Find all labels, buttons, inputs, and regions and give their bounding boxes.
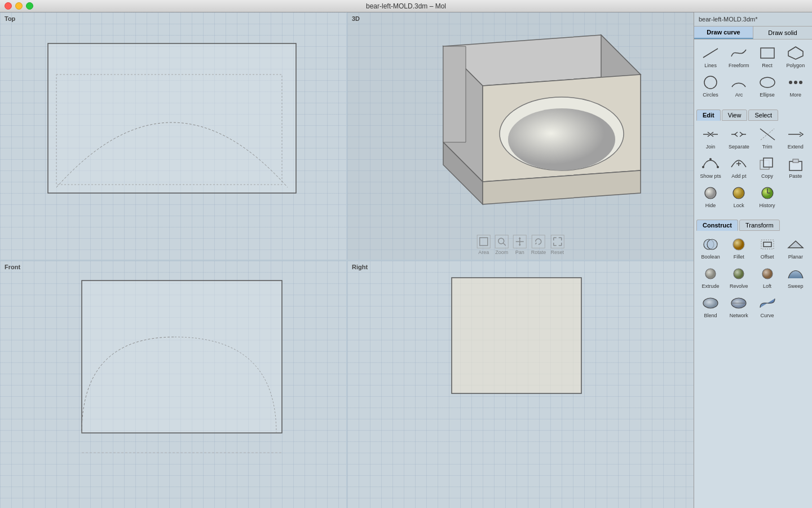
extend-icon	[785, 125, 806, 143]
tool-paste[interactable]: Paste	[783, 154, 809, 181]
svg-marker-10	[443, 46, 466, 142]
tool-fillet[interactable]: Fillet	[726, 234, 752, 261]
svg-point-55	[733, 187, 744, 199]
fillet-icon	[729, 235, 749, 253]
paste-label: Paste	[789, 174, 802, 179]
tool-planar[interactable]: Planar	[783, 234, 809, 261]
viewport-top[interactable]: Top	[0, 12, 346, 260]
polygon-label: Polygon	[787, 63, 805, 69]
tool-lines[interactable]: Lines	[698, 43, 723, 70]
tool-arc[interactable]: Arc	[726, 72, 752, 99]
revolve-label: Revolve	[730, 284, 748, 290]
rect-label: Rect	[762, 63, 773, 69]
zoom-label: Zoom	[495, 249, 508, 255]
tool-sweep[interactable]: Sweep	[783, 264, 809, 291]
lines-icon	[700, 44, 721, 62]
tab-edit[interactable]: Edit	[696, 110, 721, 121]
svg-point-47	[717, 166, 719, 168]
tool-extrude[interactable]: Extrude	[698, 264, 723, 291]
lines-label: Lines	[704, 63, 717, 69]
tab-draw-solid[interactable]: Draw solid	[753, 27, 812, 39]
boolean-icon	[700, 235, 721, 253]
svg-point-54	[705, 187, 716, 199]
tool-blend[interactable]: Blend	[698, 293, 723, 320]
tool-freeform[interactable]: Freeform	[726, 43, 752, 70]
right-viewport-svg	[347, 261, 694, 508]
svg-point-36	[794, 81, 797, 84]
curve-label: Curve	[761, 313, 774, 319]
zoom-icon	[495, 235, 509, 248]
tool-join[interactable]: Join	[698, 124, 723, 151]
tool-lock[interactable]: Lock	[726, 183, 752, 210]
zoom-tool[interactable]: Zoom	[495, 235, 509, 255]
blend-label: Blend	[704, 313, 717, 319]
pan-label: Pan	[515, 249, 524, 255]
viewport-right[interactable]: Right	[347, 261, 694, 508]
boolean-label: Boolean	[701, 255, 720, 260]
svg-marker-64	[788, 241, 803, 248]
draw-curve-tools: Lines Freeform Rect	[694, 40, 812, 107]
tab-view[interactable]: View	[722, 110, 748, 121]
area-icon	[477, 235, 491, 248]
svg-point-45	[702, 166, 704, 168]
pan-tool[interactable]: Pan	[513, 235, 527, 255]
rect-icon	[757, 44, 778, 62]
right-panel: bear-left-MOLD.3dm* Draw curve Draw soli…	[694, 12, 812, 508]
maximize-button[interactable]	[26, 2, 33, 10]
titlebar: bear-left-MOLD.3dm – Mol	[0, 0, 812, 12]
freeform-icon	[729, 44, 749, 62]
rotate-tool[interactable]: Rotate	[531, 235, 546, 255]
tool-copy[interactable]: Copy	[754, 154, 780, 181]
addpt-label: Add pt	[731, 174, 746, 179]
tool-showpts[interactable]: Show pts	[698, 154, 723, 181]
edit-tools-grid: Join Separate Trim	[698, 124, 809, 210]
tab-select[interactable]: Select	[748, 110, 778, 121]
viewport-front-label: Front	[5, 264, 20, 270]
svg-marker-17	[519, 244, 521, 246]
planar-label: Planar	[788, 255, 803, 260]
viewport-front[interactable]: Front	[0, 261, 346, 508]
separate-label: Separate	[729, 144, 749, 150]
curve-icon	[757, 294, 778, 312]
tool-trim[interactable]: Trim	[754, 124, 780, 151]
tool-ellipse[interactable]: Ellipse	[754, 72, 780, 99]
tool-polygon[interactable]: Polygon	[783, 43, 809, 70]
svg-point-46	[709, 158, 712, 160]
hide-icon	[700, 184, 721, 202]
tool-circles[interactable]: Circles	[698, 72, 723, 99]
copy-label: Copy	[761, 174, 773, 179]
tool-history[interactable]: History	[754, 183, 780, 210]
tab-construct[interactable]: Construct	[696, 220, 738, 231]
tool-boolean[interactable]: Boolean	[698, 234, 723, 261]
svg-rect-27	[82, 281, 282, 433]
svg-line-30	[703, 49, 718, 58]
reset-tool[interactable]: Reset	[550, 235, 564, 255]
tool-loft[interactable]: Loft	[754, 264, 780, 291]
tool-separate[interactable]: Separate	[726, 124, 752, 151]
3d-viewport-toolbar: Area Zoom Pan	[477, 235, 564, 255]
tool-revolve[interactable]: Revolve	[726, 264, 752, 291]
main-layout: Top 3D	[0, 12, 812, 508]
tool-hide[interactable]: Hide	[698, 183, 723, 210]
svg-point-68	[703, 298, 718, 308]
tab-draw-curve[interactable]: Draw curve	[694, 27, 753, 39]
minimize-button[interactable]	[15, 2, 23, 10]
viewport-3d[interactable]: 3D	[347, 12, 694, 260]
fillet-label: Fillet	[734, 255, 744, 260]
arc-icon	[729, 73, 749, 91]
svg-rect-0	[48, 43, 296, 193]
more-label: More	[790, 93, 802, 98]
planar-icon	[785, 235, 806, 253]
pan-icon	[513, 235, 527, 248]
tool-curve[interactable]: Curve	[754, 293, 780, 320]
area-tool[interactable]: Area	[477, 235, 491, 255]
ellipse-label: Ellipse	[760, 93, 775, 98]
tool-offset[interactable]: Offset	[754, 234, 780, 261]
tool-extend[interactable]: Extend	[783, 124, 809, 151]
close-button[interactable]	[5, 2, 12, 10]
tool-more[interactable]: More	[783, 72, 809, 99]
tool-network[interactable]: Network	[726, 293, 752, 320]
tab-transform[interactable]: Transform	[739, 220, 780, 231]
tool-rect[interactable]: Rect	[754, 43, 780, 70]
tool-addpt[interactable]: Add pt	[726, 154, 752, 181]
